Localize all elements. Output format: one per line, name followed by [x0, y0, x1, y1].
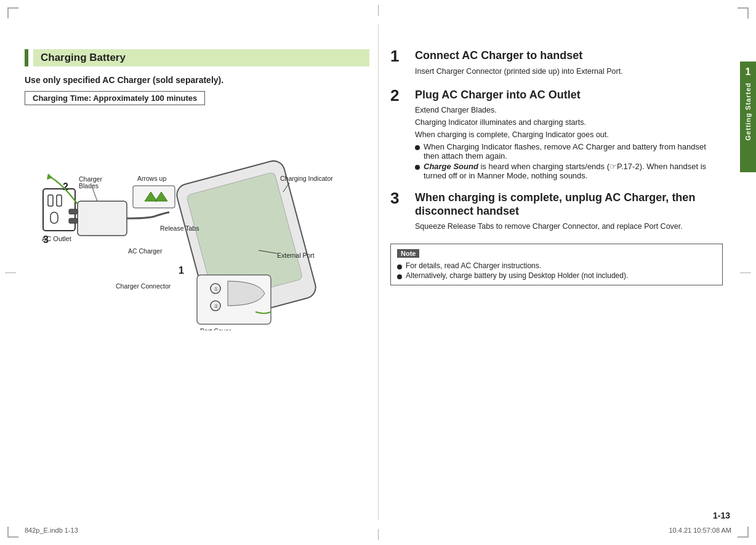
step-3-title: When charging is complete, unplug AC Cha… [415, 191, 723, 218]
note-box: Note For details, read AC Charger instru… [390, 244, 723, 285]
bullet-dot [415, 145, 420, 150]
step-2-bullet-1-text: When Charging Indicator flashes, remove … [424, 142, 723, 161]
step-3-number: 3 [390, 190, 410, 206]
svg-text:①: ① [214, 286, 219, 292]
note-bullet-2 [397, 274, 402, 279]
svg-rect-3 [50, 212, 58, 223]
svg-line-10 [92, 188, 97, 201]
subtitle-text: Use only specified AC Charger (sold sepa… [25, 75, 369, 85]
bullet-dot-2 [415, 165, 420, 170]
step-2-bullet-1: When Charging Indicator flashes, remove … [415, 142, 723, 161]
note-item-1: For details, read AC Charger instruction… [397, 261, 716, 270]
svg-text:Arrows up: Arrows up [137, 175, 166, 182]
step-1-content: Connect AC Charger to handset Insert Cha… [415, 49, 723, 78]
page-number: 1-13 [713, 511, 730, 520]
note-bullet-1 [397, 265, 402, 269]
note-label: Note [397, 249, 419, 258]
svg-text:3: 3 [43, 234, 49, 245]
svg-text:External Port: External Port [277, 252, 315, 259]
step-2-number: 2 [390, 87, 410, 103]
right-panel: 1 Connect AC Charger to handset Insert C… [390, 49, 723, 285]
step-2-body: Extend Charger Blades. Charging Indicato… [415, 104, 723, 141]
corner-mark-tr [738, 7, 749, 18]
diagram-svg: AC Outlet 2 3 Charger Blades Arrows up [25, 121, 369, 330]
step-3-content: When charging is complete, unplug AC Cha… [415, 191, 723, 233]
svg-rect-9 [69, 218, 78, 223]
step-2-bullet-2: Charge Sound is heard when charging star… [415, 162, 723, 180]
step-1-title: Connect AC Charger to handset [415, 49, 723, 63]
note-item-2-text: Alternatively, charge battery by using D… [406, 271, 628, 280]
svg-text:Blades: Blades [79, 182, 99, 189]
step-3: 3 When charging is complete, unplug AC C… [390, 191, 723, 233]
corner-mark-br [738, 527, 749, 538]
step-1: 1 Connect AC Charger to handset Insert C… [390, 49, 723, 78]
svg-rect-7 [78, 201, 127, 236]
svg-rect-1 [48, 195, 53, 206]
side-tab-text: Getting Started [744, 82, 752, 140]
vertical-divider [378, 25, 379, 520]
svg-text:1: 1 [179, 265, 184, 276]
step-2-title: Plug AC Charger into AC Outlet [415, 89, 723, 102]
corner-mark-bl [7, 527, 18, 538]
step-2: 2 Plug AC Charger into AC Outlet Extend … [390, 89, 723, 181]
svg-text:Charging Indicator: Charging Indicator [280, 175, 333, 182]
side-tab-number: 1 [746, 66, 751, 78]
section-title-text: Charging Battery [33, 49, 369, 66]
footer: 842p_E.indb 1-13 10.4.21 10:57:08 AM [25, 527, 731, 534]
svg-rect-2 [57, 195, 62, 206]
charging-diagram: AC Outlet 2 3 Charger Blades Arrows up [25, 121, 369, 330]
footer-right: 10.4.21 10:57:08 AM [669, 527, 731, 534]
title-bar-decoration [25, 49, 28, 66]
charging-time-box: Charging Time: Approximately 100 minutes [25, 91, 205, 105]
svg-text:②: ② [214, 303, 219, 309]
svg-text:AC Charger: AC Charger [128, 247, 163, 255]
step-2-content: Plug AC Charger into AC Outlet Extend Ch… [415, 89, 723, 181]
step-2-bullet-2-text: Charge Sound is heard when charging star… [424, 162, 723, 180]
step-1-body: Insert Charger Connector (printed side u… [415, 65, 723, 78]
center-mark-right [740, 272, 751, 273]
step-1-number: 1 [390, 48, 410, 64]
step-3-body: Squeeze Release Tabs to remove Charger C… [415, 220, 723, 233]
section-title: Charging Battery [25, 49, 369, 66]
left-panel: Charging Battery Use only specified AC C… [25, 49, 369, 330]
svg-text:Charger Connector: Charger Connector [116, 282, 171, 290]
side-tab: 1 Getting Started [740, 62, 756, 172]
svg-text:Port Cover: Port Cover [200, 327, 231, 330]
center-mark-top [378, 5, 379, 16]
center-mark-left [5, 272, 16, 273]
svg-rect-8 [69, 209, 78, 214]
svg-text:Release Tabs: Release Tabs [160, 225, 199, 232]
corner-mark-tl [7, 7, 18, 18]
note-item-2: Alternatively, charge battery by using D… [397, 271, 716, 280]
note-item-1-text: For details, read AC Charger instruction… [406, 261, 541, 270]
footer-left: 842p_E.indb 1-13 [25, 527, 78, 534]
